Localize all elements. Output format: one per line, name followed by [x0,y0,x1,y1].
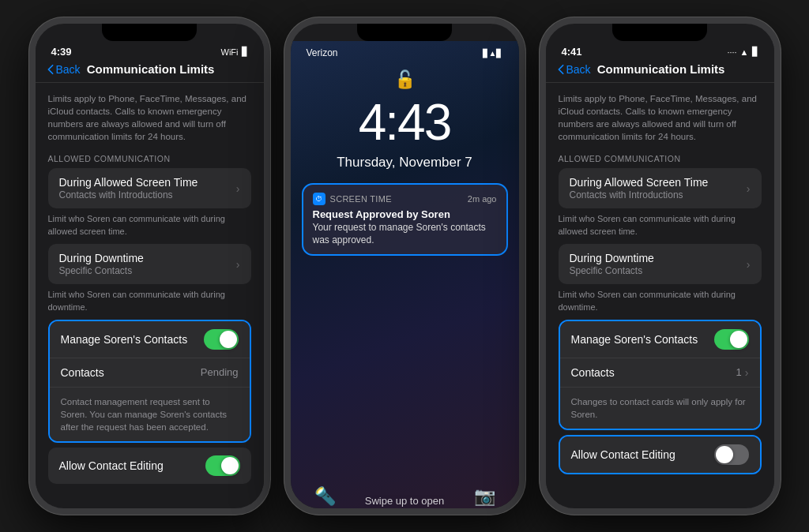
left-manage-title: Manage Soren's Contacts [61,333,188,346]
notif-time-ago: 2m ago [468,194,497,204]
left-screen-time-group: During Allowed Screen Time Contacts with… [48,168,251,208]
right-allow-editing-toggle[interactable] [714,444,749,465]
camera-icon[interactable]: 📷 [474,486,495,507]
middle-phone: Verizon ▊▲▊ 🔓 4:43 Thursday, November 7 … [284,17,525,515]
right-downtime-group: During Downtime Specific Contacts › [559,244,762,284]
left-manage-toggle-knob [220,331,237,348]
right-downtime-title: During Downtime [570,252,654,264]
right-manage-contacts-box: Manage Soren's Contacts Contacts 1 › [559,320,762,430]
middle-lock-time: 4:43 [291,93,519,152]
left-home-indicator [110,509,189,512]
swipe-text: Swipe up to open [365,495,444,507]
right-status-icons: ···· ▲ ▊ [727,47,758,57]
right-screen-time-helper: Limit who Soren can communicate with dur… [559,213,762,238]
right-allow-editing-knob [716,446,733,463]
notif-app-name: SCREEN TIME [330,194,392,204]
right-allow-editing-box: Allow Contact Editing [559,435,762,474]
left-downtime-row[interactable]: During Downtime Specific Contacts › [48,244,251,284]
right-phone: 4:41 ···· ▲ ▊ Back Communication Limits … [540,17,781,515]
right-allow-editing-title: Allow Contact Editing [571,448,675,461]
left-contacts-value: Pending [201,366,239,378]
right-downtime-helper: Limit who Soren can communicate with dur… [559,289,762,313]
left-screen-time-helper: Limit who Soren can communicate with dur… [48,213,251,238]
lock-screen: Verizon ▊▲▊ 🔓 4:43 Thursday, November 7 … [291,41,519,515]
right-manage-toggle-knob [730,331,747,348]
left-contact-note: Contact management request sent to Soren… [61,395,239,433]
flashlight-icon[interactable]: 🔦 [314,486,336,507]
right-nav-title: Communication Limits [591,62,732,76]
right-manage-toggle[interactable] [714,329,749,350]
lock-unlock-icon: 🔓 [291,69,519,90]
screen-time-icon: ⏱ [313,193,325,205]
middle-notch [357,24,452,41]
right-screen-time-row[interactable]: During Allowed Screen Time Contacts with… [559,168,762,208]
right-allow-editing-row: Allow Contact Editing [560,436,760,473]
left-allow-editing-title: Allow Contact Editing [59,459,164,472]
left-manage-toggle[interactable] [204,329,239,350]
right-downtime-subtitle: Specific Contacts [570,265,654,276]
left-contacts-label: Contacts [61,366,104,379]
right-nav-bar: Back Communication Limits [546,59,774,83]
right-contacts-chevron: › [745,366,749,379]
notif-body: Your request to manage Soren's contacts … [313,222,497,246]
right-manage-toggle-row: Manage Soren's Contacts [560,321,760,358]
left-notch [102,24,197,41]
lock-notification: ⏱ SCREEN TIME 2m ago Request Approved by… [302,183,508,256]
left-back-button[interactable]: Back [47,63,81,76]
left-description: Limits apply to Phone, FaceTime, Message… [48,92,251,143]
left-status-time: 4:39 [51,46,72,58]
middle-lock-date: Thursday, November 7 [291,155,519,170]
right-screen-time-chevron: › [747,182,751,195]
right-contact-note-row: Changes to contact cards will only apply… [560,388,760,429]
left-status-icons: WiFi ▊ [221,47,248,57]
left-screen-time-title: During Allowed Screen Time [59,176,198,189]
left-downtime-subtitle: Specific Contacts [59,265,144,276]
right-status-bar: 4:41 ···· ▲ ▊ [546,41,774,59]
right-status-time: 4:41 [562,46,582,58]
right-back-button[interactable]: Back [557,63,591,76]
middle-status-bar: Verizon ▊▲▊ [291,41,519,62]
right-content: Limits apply to Phone, FaceTime, Message… [546,83,774,504]
right-section-label: ALLOWED COMMUNICATION [559,154,762,163]
middle-status-icons: ▊▲▊ [483,49,503,58]
left-downtime-helper: Limit who Soren can communicate with dur… [48,289,251,313]
left-downtime-group: During Downtime Specific Contacts › [48,244,251,284]
right-contacts-value: 1 [736,366,742,378]
right-home-indicator [620,509,699,512]
left-nav-title: Communication Limits [81,62,221,76]
right-contact-note: Changes to contact cards will only apply… [571,395,749,421]
left-allow-editing-toggle[interactable] [205,455,240,476]
right-description: Limits apply to Phone, FaceTime, Message… [559,92,762,143]
lock-bottom: 🔦 Swipe up to open 📷 [291,474,519,515]
left-contact-note-row: Contact management request sent to Soren… [50,388,250,441]
left-content: Limits apply to Phone, FaceTime, Message… [36,83,264,504]
left-contacts-row[interactable]: Contacts Pending [50,358,250,388]
right-contacts-label: Contacts [571,366,615,379]
right-contacts-row[interactable]: Contacts 1 › [560,358,760,388]
left-downtime-chevron: › [236,258,240,271]
left-downtime-title: During Downtime [59,252,144,264]
right-downtime-row[interactable]: During Downtime Specific Contacts › [559,244,762,284]
middle-carrier: Verizon [307,47,338,58]
right-screen-time-group: During Allowed Screen Time Contacts with… [559,168,762,208]
left-allow-editing-group: Allow Contact Editing [48,448,251,484]
left-nav-bar: Back Communication Limits [36,59,264,83]
left-section-label: ALLOWED COMMUNICATION [48,154,251,163]
left-manage-contacts-box: Manage Soren's Contacts Contacts Pending… [48,320,251,443]
notif-title: Request Approved by Soren [313,208,497,220]
right-manage-title: Manage Soren's Contacts [571,333,698,346]
right-screen-time-subtitle: Contacts with Introductions [570,189,709,200]
right-screen-time-title: During Allowed Screen Time [570,176,709,189]
left-phone: 4:39 WiFi ▊ Back Communication Limits Li… [29,17,270,515]
left-status-bar: 4:39 WiFi ▊ [36,41,264,59]
right-notch [612,24,707,41]
left-screen-time-row[interactable]: During Allowed Screen Time Contacts with… [48,168,251,208]
notif-header: ⏱ SCREEN TIME 2m ago [313,193,497,205]
left-screen-time-chevron: › [236,182,240,195]
left-manage-toggle-row: Manage Soren's Contacts [50,321,250,358]
left-allow-editing-knob [221,457,239,474]
right-downtime-chevron: › [747,258,751,271]
notif-app: ⏱ SCREEN TIME [313,193,392,205]
left-allow-editing-row: Allow Contact Editing [48,448,251,484]
left-screen-time-subtitle: Contacts with Introductions [59,189,198,200]
